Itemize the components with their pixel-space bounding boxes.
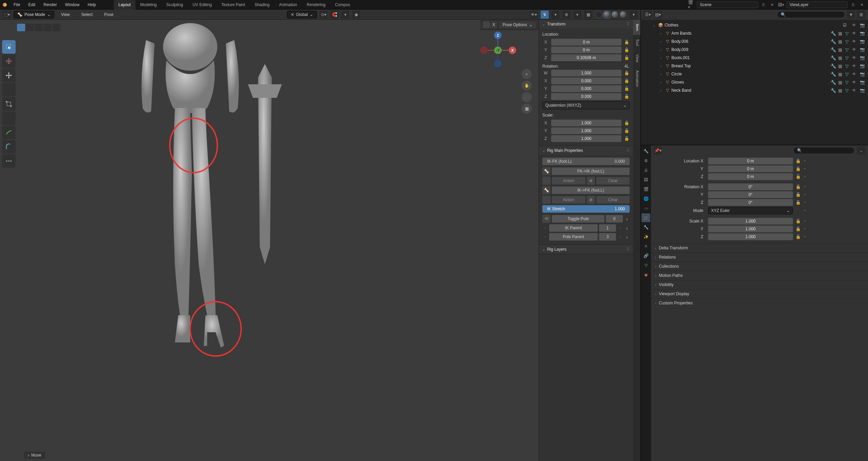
object-name[interactable]: Circle	[671, 72, 829, 76]
ptab-particle[interactable]: ✨	[641, 232, 650, 241]
select-intersect[interactable]	[52, 24, 60, 31]
panel-transform-header[interactable]: ⌄ Transform ⠿	[539, 20, 633, 29]
outliner-search-input[interactable]	[788, 12, 841, 17]
gizmo-toggle[interactable]: ↯	[541, 11, 549, 19]
lock-icon[interactable]: 🔓	[623, 71, 630, 75]
modifier-icon[interactable]: 🔧	[831, 71, 836, 77]
mesh-data-icon[interactable]: ▽	[844, 39, 850, 44]
ptab-render[interactable]: 🖥	[641, 156, 650, 165]
cancel-icon[interactable]: ⊘	[587, 177, 595, 185]
lock-icon[interactable]: 🔓	[795, 219, 801, 224]
grip-icon[interactable]: ⠿	[627, 247, 630, 252]
lock-icon[interactable]: 🔓	[623, 86, 630, 91]
tool-cursor[interactable]	[2, 54, 16, 68]
ptab-constraint[interactable]: 🔗	[641, 251, 650, 260]
lock-icon[interactable]: 🔓	[795, 174, 801, 179]
ikfk-slider[interactable]: IK-FK (foot.L)0.000	[542, 158, 630, 165]
properties-search-input[interactable]	[804, 148, 855, 153]
disclosure-icon[interactable]: ›	[658, 64, 663, 68]
section-visibility[interactable]: ›Visibility	[651, 280, 868, 289]
ptab-collection[interactable]: ▭	[641, 204, 650, 213]
toggle-pole-value[interactable]: 0	[606, 215, 623, 223]
select-subtract[interactable]	[35, 24, 43, 31]
menu-window[interactable]: Window	[61, 0, 84, 10]
fk-to-ik-button[interactable]: FK->IK (foot.L)	[552, 167, 630, 175]
pin-icon[interactable]: 📌▾	[654, 146, 662, 155]
shading-wireframe[interactable]	[595, 11, 602, 18]
lock-icon[interactable]: 🔓	[795, 159, 801, 163]
prop-scale-x[interactable]: 1.000	[708, 218, 793, 225]
disclosure-icon[interactable]: ›	[658, 56, 663, 60]
camera-icon[interactable]: 📷	[859, 72, 865, 76]
grip-icon[interactable]: ⠿	[627, 148, 630, 153]
ptab-object[interactable]: ◻	[641, 213, 650, 222]
mesh-data-icon[interactable]: ▽	[844, 88, 850, 93]
lock-icon[interactable]: 🔓	[795, 166, 801, 171]
modifier-icon[interactable]: 🔧	[831, 79, 836, 85]
tab-animation[interactable]: Animation	[274, 0, 302, 10]
eye-icon[interactable]: 👁	[851, 88, 857, 93]
chevron-right-icon[interactable]: ›	[617, 234, 623, 239]
ptab-physics[interactable]: ⚛	[641, 242, 650, 251]
ptab-data[interactable]: ▽	[641, 261, 650, 270]
keyframe-dot-icon[interactable]: •	[803, 208, 807, 213]
tree-row[interactable]: › ▽ Arm Bands 🔧 ▦ ▽ 👁 📷	[641, 29, 868, 37]
collection-row[interactable]: ⌄ 📦 Clothes ☑👁📷	[641, 21, 868, 29]
disclosure-icon[interactable]: ›	[658, 48, 663, 52]
shading-solid[interactable]	[603, 11, 611, 18]
section-delta-transform[interactable]: ›Delta Transform	[651, 243, 868, 252]
disclosure-icon[interactable]: ›	[658, 40, 663, 43]
modifier-icon[interactable]: 🔧	[831, 31, 836, 36]
tool-rotate[interactable]	[2, 83, 16, 96]
eye-icon[interactable]: 👁	[851, 47, 857, 52]
camera-icon[interactable]: 📷	[859, 64, 865, 68]
camera-icon[interactable]: 🎥	[522, 92, 532, 102]
tool-annotate[interactable]	[2, 126, 16, 139]
overlay-toggle[interactable]: ⊕	[562, 11, 571, 19]
vertex-groups-icon[interactable]: ▦	[837, 39, 843, 44]
loc-y[interactable]: 0 m	[551, 47, 621, 53]
ntab-animation[interactable]: Animation	[633, 66, 640, 91]
lock-icon[interactable]: 🔓	[795, 227, 801, 231]
ntab-item[interactable]: Item	[633, 20, 640, 35]
tree-row[interactable]: › ▽ Boots.001 🔧 ▦ ▽ 👁 📷	[641, 54, 868, 62]
camera-icon[interactable]: 📷	[859, 39, 865, 44]
prop-rot-z[interactable]: 0°	[708, 199, 793, 206]
pan-icon[interactable]: ✋	[522, 81, 532, 91]
tree-row[interactable]: › ▽ Gloves 🔧 ▦ ▽ 👁 📷	[641, 78, 868, 86]
prop-loc-y[interactable]: 0 m	[708, 165, 793, 172]
scene-new-icon[interactable]: ⎘	[760, 1, 767, 8]
rotation-mode-dropdown[interactable]: XYZ Euler⌄	[708, 207, 793, 214]
ptab-tool[interactable]: 🔧	[641, 147, 650, 156]
vertex-groups-icon[interactable]: ▦	[837, 47, 843, 52]
lock-icon[interactable]: 🔓	[623, 48, 630, 52]
eye-icon[interactable]: 👁	[851, 72, 857, 76]
eye-icon[interactable]: 👁	[851, 80, 857, 85]
lock-icon[interactable]: 🔓	[795, 200, 801, 205]
select-extend[interactable]	[26, 24, 34, 31]
pose-options-dropdown[interactable]: Pose Options⌄	[499, 21, 536, 28]
chevron-right-icon[interactable]: ›	[617, 226, 623, 230]
object-name[interactable]: Body.009	[671, 47, 829, 52]
mirror-icon[interactable]	[483, 21, 490, 28]
tab-layout[interactable]: Layout	[114, 0, 135, 10]
arrow-up-icon[interactable]: ▴	[624, 226, 630, 230]
lock-icon[interactable]: 🔓	[623, 55, 630, 60]
rot-z[interactable]: 0.000	[551, 93, 621, 100]
shading-material[interactable]	[611, 11, 619, 18]
pivot-dropdown[interactable]: ⊙▾	[320, 11, 328, 19]
scale-y[interactable]: 1.000	[551, 127, 621, 134]
rot-mode-badge[interactable]: 4L	[625, 64, 630, 69]
keyframe-dot-icon[interactable]: •	[803, 192, 807, 197]
lock-icon[interactable]: 🔓	[623, 136, 630, 141]
overlay-dropdown[interactable]: ▾	[573, 11, 581, 19]
pole-parent-value[interactable]: 3	[599, 233, 616, 241]
disclosure-icon[interactable]: ›	[658, 32, 663, 35]
keyframe-dot-icon[interactable]: •	[803, 184, 807, 189]
lock-icon[interactable]: 🔓	[795, 234, 801, 239]
ik-stretch-slider[interactable]: IK Stretch1.000	[542, 205, 630, 213]
tool-scale[interactable]	[2, 97, 16, 111]
lock-icon[interactable]: 🔓	[623, 94, 630, 99]
section-custom-properties[interactable]: ›Custom Properties	[651, 298, 868, 307]
arrow-up-icon[interactable]: ▴	[624, 216, 630, 221]
